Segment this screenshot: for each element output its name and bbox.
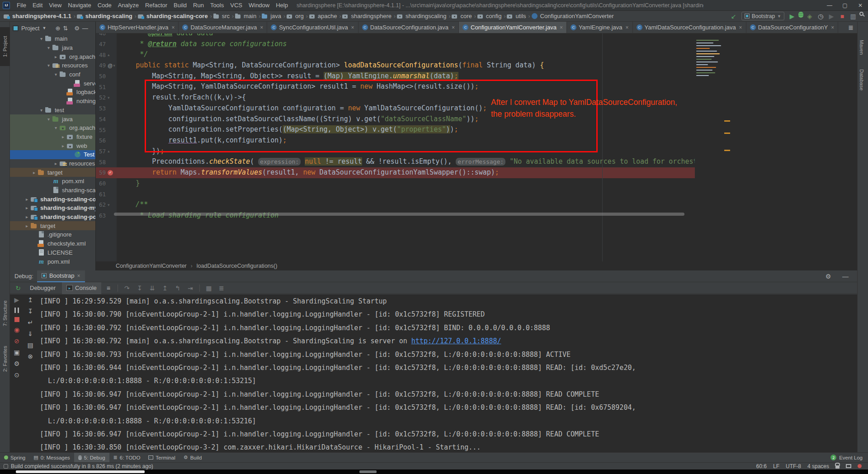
breadcrumb-item[interactable]: main	[235, 13, 257, 19]
soft-wrap-icon[interactable]: ↵	[28, 319, 33, 326]
breadcrumb-item[interactable]: org	[287, 13, 305, 19]
clear-all-icon[interactable]: ⊗	[28, 353, 33, 360]
debug-view-tab-console[interactable]: ▸Console	[62, 282, 101, 294]
project-tree-item[interactable]: ▸target	[10, 168, 95, 177]
menu-code[interactable]: Code	[94, 2, 115, 9]
project-tree-item[interactable]: ▾java	[10, 43, 95, 52]
debug-view-tab-debugger[interactable]: Debugger	[25, 282, 60, 294]
horizontal-scrollbar[interactable]	[114, 213, 684, 216]
screen-reader-icon[interactable]	[846, 464, 851, 468]
breadcrumb-item[interactable]: src	[213, 13, 231, 19]
error-stripe-mark[interactable]	[724, 120, 730, 122]
scroll-to-end-icon[interactable]: ⇓	[28, 330, 33, 337]
tree-collapsed-icon[interactable]: ▸	[24, 223, 30, 228]
project-tree-item[interactable]: checkstyle.xml	[10, 239, 95, 248]
menu-tools[interactable]: Tools	[207, 2, 227, 9]
settings-icon[interactable]: ⚙	[74, 25, 80, 32]
menu-refactor[interactable]: Refactor	[142, 2, 170, 9]
tool-window-button----messages[interactable]: ▤0: Messages	[29, 453, 74, 463]
stop-icon[interactable]: ■	[838, 12, 847, 21]
breakpoint-icon[interactable]	[108, 170, 113, 175]
tool-window-button----debug[interactable]: 5: Debug	[74, 453, 109, 463]
tab-list-icon[interactable]: ≣	[848, 24, 854, 31]
tree-collapsed-icon[interactable]: ▸	[24, 197, 30, 202]
editor-tab[interactable]: CHttpServerHandler.java×	[96, 22, 179, 33]
step-out-icon[interactable]: ↥	[160, 284, 170, 292]
editor-tab[interactable]: CDataSourceConfiguration.java×	[359, 22, 459, 33]
lock-icon[interactable]	[835, 465, 840, 469]
chevron-down-icon[interactable]: ▼	[42, 26, 46, 30]
locate-icon[interactable]: ⊕	[55, 25, 60, 32]
force-step-into-icon[interactable]: ⇊	[147, 284, 158, 292]
close-tab-icon[interactable]: ×	[452, 24, 455, 31]
project-tree-item[interactable]: logback.xml	[10, 88, 95, 97]
breadcrumb-item[interactable]: sharding-scaling	[77, 13, 133, 19]
project-tree-item[interactable]: mpom.xml	[10, 177, 95, 186]
console-link[interactable]: http://127.0.0.1:8888/	[411, 337, 501, 345]
settings-gear-icon[interactable]: ⚙	[823, 273, 834, 280]
collapse-all-icon[interactable]: ⇅	[63, 25, 68, 32]
tool-layout-icon[interactable]: ▥	[849, 12, 858, 21]
maximize-icon[interactable]: ▢	[837, 0, 853, 10]
project-tree-item[interactable]: ▾conf	[10, 70, 95, 79]
tool-button-maven[interactable]: Maven	[859, 40, 864, 55]
tool-button-database[interactable]: Database	[859, 69, 864, 90]
menu-help[interactable]: Help	[273, 2, 291, 9]
breadcrumb-item[interactable]: shardingsphere	[342, 13, 392, 19]
run-with-coverage-icon[interactable]: ◈	[805, 12, 814, 21]
print-icon[interactable]: ▤	[27, 341, 33, 349]
project-tree-item[interactable]: ▸resources	[10, 159, 95, 168]
annotation-gutter-icon[interactable]: @	[108, 63, 113, 68]
minimap[interactable]	[695, 33, 723, 214]
breadcrumb-item[interactable]: shardingsphere-4.1.1	[4, 13, 72, 19]
project-panel-title[interactable]: Project	[21, 25, 39, 32]
stop-icon[interactable]	[14, 317, 19, 322]
fold-icon[interactable]: ▾	[113, 63, 115, 68]
pin-tab-icon[interactable]: ⊙	[14, 371, 19, 379]
breadcrumb-method[interactable]: loadDataSourceConfigurations()	[197, 263, 278, 269]
editor-tab[interactable]: CSyncConfigurationUtil.java×	[267, 22, 358, 33]
tool-window-button----todo[interactable]: ≣6: TODO	[109, 453, 145, 463]
project-tree-item[interactable]: server.yaml	[10, 79, 95, 88]
tool-window-button-build[interactable]: ⚙Build	[179, 453, 206, 463]
layout-settings-icon[interactable]: ≣	[216, 284, 227, 292]
vcs-update-icon[interactable]: ↙	[729, 12, 738, 21]
profiler-icon[interactable]: ◷	[816, 12, 825, 21]
project-tree-item[interactable]: ▸org.apache.shardingsphere	[10, 52, 95, 61]
menu-window[interactable]: Window	[245, 2, 273, 9]
run-to-cursor-icon[interactable]: ⇥	[185, 284, 196, 292]
tree-collapsed-icon[interactable]: ▸	[60, 143, 66, 148]
tree-collapsed-icon[interactable]: ▸	[52, 54, 59, 59]
tree-expanded-icon[interactable]: ▾	[38, 108, 45, 113]
status-indent-size[interactable]: 4 spaces	[807, 463, 829, 469]
menu-build[interactable]: Build	[170, 2, 190, 9]
up-stack-icon[interactable]: ↥	[28, 296, 33, 303]
run-disabled-icon[interactable]: ▶	[827, 12, 836, 21]
minimize-icon[interactable]: —	[822, 0, 837, 10]
project-tree-item[interactable]: mpom.xml	[10, 257, 95, 266]
error-stripe-mark[interactable]	[724, 133, 730, 134]
hide-icon[interactable]: —	[82, 25, 88, 32]
step-into-icon[interactable]: ↧	[134, 284, 145, 292]
project-tree-item[interactable]: ▾java	[10, 114, 95, 123]
close-tab-icon[interactable]: ×	[260, 24, 263, 31]
menu-file[interactable]: File	[14, 2, 29, 9]
editor-tab[interactable]: CYamlDataSourceConfiguration.java×	[633, 22, 746, 33]
tool-button-project[interactable]: 1: Project	[0, 27, 10, 66]
tree-expanded-icon[interactable]: ▾	[38, 36, 45, 41]
hide-panel-icon[interactable]: —	[840, 273, 851, 280]
tool-window-button-spring[interactable]: Spring	[0, 453, 29, 463]
run-configuration-select[interactable]: Bootstrap ▼	[741, 12, 784, 20]
project-tree-item[interactable]: ▸sharding-scaling-mysql	[10, 204, 95, 213]
close-tab-icon[interactable]: ×	[739, 24, 742, 31]
close-tab-icon[interactable]: ×	[560, 24, 563, 31]
tree-collapsed-icon[interactable]: ▸	[60, 134, 66, 139]
breadcrumb-item[interactable]: apache	[309, 13, 338, 19]
tree-collapsed-icon[interactable]: ▸	[24, 214, 30, 219]
event-log-button[interactable]: 2 Event Log	[830, 455, 868, 460]
close-tab-icon[interactable]: ×	[77, 273, 80, 279]
project-tree-item[interactable]: ▾main	[10, 34, 95, 43]
debug-settings-icon[interactable]: ⚙	[14, 360, 20, 367]
tree-collapsed-icon[interactable]: ▸	[31, 170, 38, 175]
editor-tab[interactable]: CDataSourceManager.java×	[179, 22, 267, 33]
